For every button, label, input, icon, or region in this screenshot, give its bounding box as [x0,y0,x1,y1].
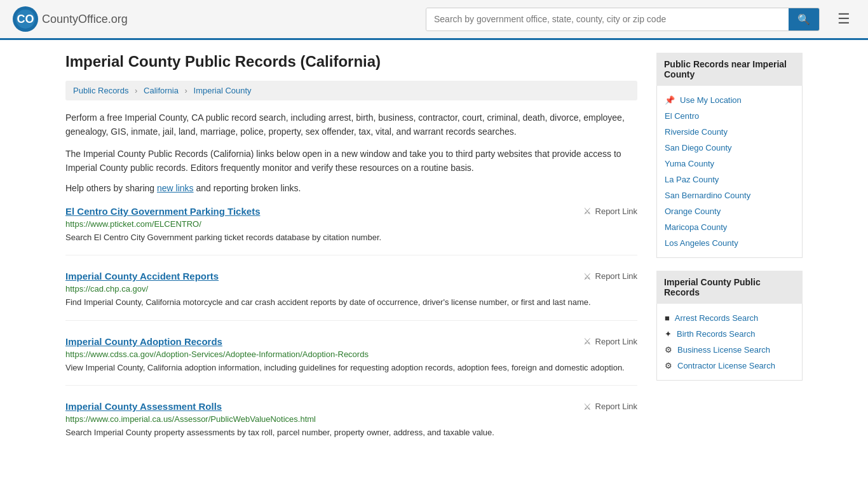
logo[interactable]: CO CountyOffice.org [13,6,128,32]
record-title-3[interactable]: Imperial County Assessment Rolls [65,401,222,412]
content: Imperial County Public Records (Californ… [65,53,637,466]
report-link-3[interactable]: ⚔ Report Link [583,402,637,412]
nearby-body: 📌 Use My Location El CentroRiverside Cou… [656,86,803,258]
nearby-link-7[interactable]: Maricopa County [665,219,794,235]
records-links-list: ■Arrest Records Search✦Birth Records Sea… [665,310,794,374]
help-text: Help others by sharing new links and rep… [65,183,637,193]
record-header-1: Imperial County Accident Reports ⚔ Repor… [65,271,637,281]
help-text-before: Help others by sharing [65,183,157,193]
nearby-link-0[interactable]: El Centro [665,108,794,124]
record-header-0: El Centro City Government Parking Ticket… [65,206,637,217]
rec-label-0: Arrest Records Search [675,313,759,323]
record-url-2[interactable]: https://www.cdss.ca.gov/Adoption-Service… [65,349,637,359]
record-entry-0: El Centro City Government Parking Ticket… [65,206,637,256]
record-title-0[interactable]: El Centro City Government Parking Ticket… [65,206,260,217]
intro-paragraph-2: The Imperial County Public Records (Cali… [65,147,637,175]
records-section-title: Imperial County Public Records [656,271,803,304]
records-section: Imperial County Public Records ■Arrest R… [656,271,803,381]
report-link-label-1: Report Link [595,271,637,281]
use-location-link[interactable]: 📌 Use My Location [665,92,794,108]
nearby-section: Public Records near Imperial County 📌 Us… [656,53,803,258]
help-text-after: and reporting broken links. [194,183,301,193]
sidebar: Public Records near Imperial County 📌 Us… [656,53,803,466]
logo-text: CountyOffice.org [42,13,128,26]
location-pin-icon: 📌 [665,95,675,105]
report-link-icon-0: ⚔ [583,206,592,216]
records-link-2[interactable]: ⚙Business License Search [665,342,794,358]
nearby-link-5[interactable]: San Bernardino County [665,187,794,203]
record-title-1[interactable]: Imperial County Accident Reports [65,271,219,281]
header: CO CountyOffice.org 🔍 ☰ [0,0,868,40]
records-link-3[interactable]: ⚙Contractor License Search [665,358,794,374]
report-link-1[interactable]: ⚔ Report Link [583,271,637,281]
report-link-2[interactable]: ⚔ Report Link [583,336,637,346]
search-bar: 🔍 [426,8,820,31]
records-list: El Centro City Government Parking Ticket… [65,206,637,451]
nearby-link-6[interactable]: Orange County [665,203,794,219]
nearby-links-list: El CentroRiverside CountySan Diego Count… [665,108,794,251]
rec-icon-2: ⚙ [665,345,672,355]
rec-icon-3: ⚙ [665,361,672,370]
new-links-link[interactable]: new links [157,183,194,193]
logo-icon: CO [13,6,38,32]
record-entry-2: Imperial County Adoption Records ⚔ Repor… [65,336,637,386]
records-section-body: ■Arrest Records Search✦Birth Records Sea… [656,304,803,381]
records-link-0[interactable]: ■Arrest Records Search [665,310,794,326]
record-header-2: Imperial County Adoption Records ⚔ Repor… [65,336,637,347]
rec-icon-1: ✦ [665,329,672,339]
breadcrumb: Public Records › California › Imperial C… [65,81,637,100]
records-link-1[interactable]: ✦Birth Records Search [665,326,794,342]
record-url-1[interactable]: https://cad.chp.ca.gov/ [65,284,637,294]
intro-paragraph-1: Perform a free Imperial County, CA publi… [65,111,637,139]
rec-label-1: Birth Records Search [677,329,756,339]
report-link-label-2: Report Link [595,337,637,346]
record-header-3: Imperial County Assessment Rolls ⚔ Repor… [65,401,637,412]
report-link-label-3: Report Link [595,402,637,411]
breadcrumb-sep-1: › [135,86,137,95]
record-entry-3: Imperial County Assessment Rolls ⚔ Repor… [65,401,637,451]
nearby-link-3[interactable]: Yuma County [665,156,794,172]
breadcrumb-imperial-county[interactable]: Imperial County [194,86,252,95]
hamburger-icon: ☰ [837,11,850,27]
menu-button[interactable]: ☰ [832,8,855,30]
breadcrumb-california[interactable]: California [144,86,179,95]
record-desc-3: Search Imperial County property assessme… [65,426,637,439]
record-desc-0: Search El Centro City Government parking… [65,231,637,244]
nearby-link-8[interactable]: Los Angeles County [665,235,794,251]
report-link-icon-1: ⚔ [583,271,592,281]
breadcrumb-public-records[interactable]: Public Records [73,86,128,95]
nearby-link-4[interactable]: La Paz County [665,172,794,187]
nearby-link-2[interactable]: San Diego County [665,140,794,156]
record-title-2[interactable]: Imperial County Adoption Records [65,336,222,347]
record-entry-1: Imperial County Accident Reports ⚔ Repor… [65,271,637,321]
report-link-0[interactable]: ⚔ Report Link [583,206,637,216]
use-location-label: Use My Location [680,95,742,105]
search-icon: 🔍 [797,14,810,25]
report-link-icon-2: ⚔ [583,336,592,346]
rec-label-2: Business License Search [677,345,770,355]
search-button[interactable]: 🔍 [789,8,819,30]
nearby-link-1[interactable]: Riverside County [665,124,794,140]
logo-suffix: .org [108,13,128,25]
logo-name: CountyOffice [42,13,108,25]
nearby-title: Public Records near Imperial County [656,53,803,86]
report-link-icon-3: ⚔ [583,402,592,412]
search-input[interactable] [426,8,789,30]
rec-label-3: Contractor License Search [677,361,775,370]
report-link-label-0: Report Link [595,207,637,216]
rec-icon-0: ■ [665,313,670,323]
page-title: Imperial County Public Records (Californ… [65,53,637,71]
breadcrumb-sep-2: › [185,86,187,95]
main-container: Imperial County Public Records (Californ… [53,40,815,478]
record-desc-1: Find Imperial County, California motorcy… [65,296,637,309]
record-url-3[interactable]: https://www.co.imperial.ca.us/Assessor/P… [65,414,637,424]
svg-text:CO: CO [17,13,34,25]
record-desc-2: View Imperial County, California adoptio… [65,362,637,374]
record-url-0[interactable]: https://www.pticket.com/ELCENTRO/ [65,219,637,229]
